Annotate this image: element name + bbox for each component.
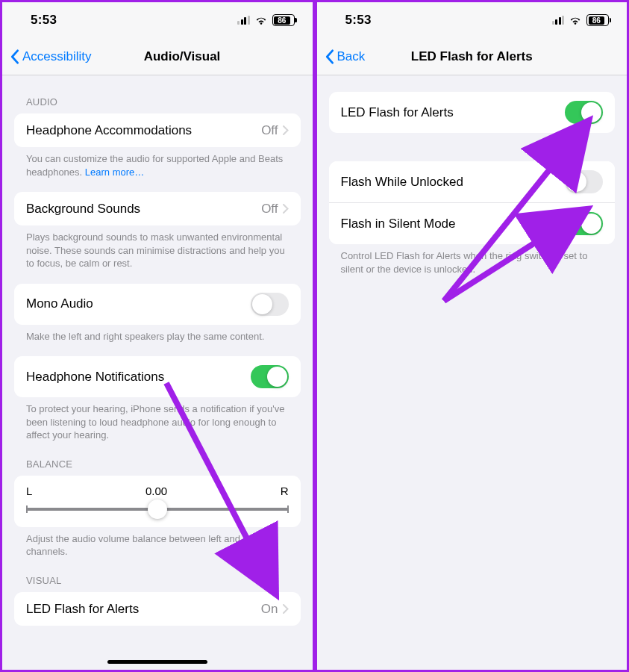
wifi-icon: [569, 15, 582, 25]
cell-value: Off: [261, 123, 278, 138]
led-flash-alerts-cell[interactable]: LED Flash for Alerts: [329, 92, 616, 133]
page-title: Audio/Visual: [144, 49, 221, 64]
home-indicator: [107, 660, 207, 664]
flash-while-unlocked-cell[interactable]: Flash While Unlocked: [329, 161, 616, 202]
footer-text: You can customize the audio for supporte…: [14, 147, 301, 178]
balance-slider[interactable]: [26, 508, 289, 511]
status-time: 5:53: [345, 13, 372, 28]
cell-label: Headphone Accommodations: [26, 123, 192, 138]
cell-label: Flash While Unlocked: [341, 175, 463, 190]
flash-while-unlocked-toggle[interactable]: [565, 170, 603, 193]
background-sounds-cell[interactable]: Background Sounds Off: [14, 192, 301, 225]
cell-label: Headphone Notifications: [26, 370, 164, 385]
section-header-visual: VISUAL: [14, 559, 301, 592]
balance-left-label: L: [26, 485, 32, 497]
slider-thumb[interactable]: [148, 500, 167, 519]
status-icons-group: 86: [237, 14, 295, 26]
cell-label: Mono Audio: [26, 296, 93, 311]
footer-text: Make the left and right speakers play th…: [14, 325, 301, 343]
section-header-audio: AUDIO: [14, 75, 301, 113]
flash-silent-mode-cell[interactable]: Flash in Silent Mode: [329, 202, 616, 244]
footer-text: Control LED Flash for Alerts when the ri…: [329, 244, 616, 276]
footer-text: Plays background sounds to mask unwanted…: [14, 225, 301, 270]
mono-audio-cell[interactable]: Mono Audio: [14, 284, 301, 325]
cellular-signal-icon: [237, 16, 250, 25]
phone-right: 5:53 86 Back LED Flash for Alerts: [315, 0, 630, 672]
headphone-notifications-toggle[interactable]: [251, 365, 289, 388]
status-bar: 5:53 86: [317, 2, 628, 38]
nav-bar: Back LED Flash for Alerts: [317, 38, 628, 75]
phone-left: 5:53 86 Accessibility Audio/Visual: [0, 0, 315, 672]
section-header-balance: BALANCE: [14, 442, 301, 476]
status-icons-group: 86: [552, 14, 610, 26]
nav-bar: Accessibility Audio/Visual: [2, 38, 313, 75]
cellular-signal-icon: [552, 16, 565, 25]
mono-audio-toggle[interactable]: [251, 293, 289, 316]
headphone-accommodations-cell[interactable]: Headphone Accommodations Off: [14, 113, 301, 147]
battery-icon: 86: [586, 14, 609, 26]
back-label: Accessibility: [22, 49, 92, 64]
chevron-right-icon: [283, 125, 289, 135]
back-button[interactable]: Back: [325, 49, 366, 64]
chevron-left-icon: [10, 49, 19, 64]
settings-content[interactable]: AUDIO Headphone Accommodations Off You c…: [2, 75, 313, 670]
learn-more-link[interactable]: Learn more…: [85, 167, 144, 178]
led-flash-alerts-cell[interactable]: LED Flash for Alerts On: [14, 592, 301, 626]
cell-label: LED Flash for Alerts: [341, 105, 454, 120]
footer-text: To protect your hearing, iPhone sends a …: [14, 397, 301, 442]
chevron-right-icon: [283, 604, 289, 614]
balance-value: 0.00: [145, 485, 167, 497]
cell-value: On: [261, 602, 278, 617]
back-button[interactable]: Accessibility: [10, 49, 92, 64]
cell-label: Flash in Silent Mode: [341, 217, 456, 231]
back-label: Back: [337, 49, 366, 64]
battery-icon: 86: [272, 14, 295, 26]
status-time: 5:53: [31, 13, 57, 28]
flash-silent-mode-toggle[interactable]: [565, 212, 603, 235]
cell-label: Background Sounds: [26, 202, 140, 217]
balance-card: L 0.00 R: [14, 476, 301, 527]
cell-label: LED Flash for Alerts: [26, 602, 139, 617]
footer-text: Adjust the audio volume balance between …: [14, 527, 301, 559]
settings-content[interactable]: LED Flash for Alerts Flash While Unlocke…: [317, 75, 628, 670]
flash-options-group: Flash While Unlocked Flash in Silent Mod…: [329, 161, 616, 244]
wifi-icon: [254, 15, 268, 25]
chevron-left-icon: [325, 49, 334, 64]
cell-value: Off: [261, 202, 278, 217]
page-title: LED Flash for Alerts: [411, 49, 533, 64]
balance-right-label: R: [281, 485, 289, 497]
chevron-right-icon: [283, 204, 289, 214]
status-bar: 5:53 86: [2, 2, 313, 38]
led-flash-alerts-toggle[interactable]: [565, 101, 603, 124]
headphone-notifications-cell[interactable]: Headphone Notifications: [14, 356, 301, 397]
